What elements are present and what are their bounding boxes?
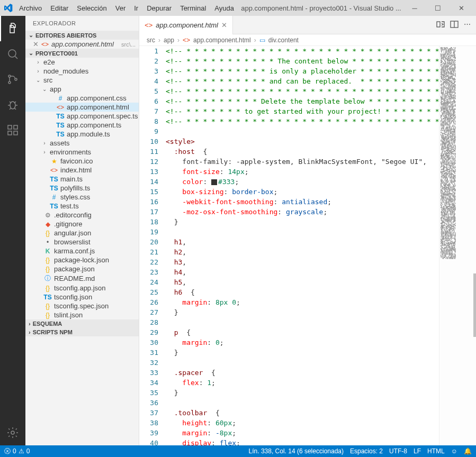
section-npm-scripts[interactable]: ›SCRIPTS NPM xyxy=(25,328,139,336)
svg-point-3 xyxy=(15,78,17,80)
code-content[interactable]: <!-- * * * * * * * * * * * * * * * * * *… xyxy=(166,46,439,445)
sidebar-title: EXPLORADOR xyxy=(25,16,139,31)
tree-file[interactable]: TStsconfig.json xyxy=(25,293,139,301)
editor-tab[interactable]: <> app.component.html ✕ xyxy=(139,16,233,34)
status-feedback-icon[interactable]: ☺ xyxy=(451,447,457,455)
tree-folder[interactable]: ›e2e xyxy=(25,58,139,67)
tree-folder[interactable]: ›node_modules xyxy=(25,67,139,76)
window-title: app.component.html - proyecto001 - Visua… xyxy=(240,4,402,12)
breadcrumb-item[interactable]: div.content xyxy=(268,36,299,44)
json-file-icon: {} xyxy=(43,266,52,273)
window-minimize-button[interactable]: ─ xyxy=(404,1,425,15)
tree-file[interactable]: #styles.css xyxy=(25,193,139,202)
tree-file[interactable]: TStest.ts xyxy=(25,202,139,211)
tree-folder[interactable]: ›assets xyxy=(25,139,139,148)
svg-rect-5 xyxy=(8,125,12,129)
split-editor-icon[interactable] xyxy=(450,20,459,30)
status-bar: ⓧ0 ⚠0 Lín. 338, Col. 14 (6 seleccionada)… xyxy=(0,445,476,457)
status-notifications-icon[interactable]: 🔔 xyxy=(464,447,472,455)
html-file-icon: <> xyxy=(41,41,49,48)
tree-file[interactable]: {}package-lock.json xyxy=(25,255,139,264)
activity-extensions-icon[interactable] xyxy=(0,117,25,143)
menu-item[interactable]: Depurar xyxy=(142,2,176,14)
activity-settings-icon[interactable] xyxy=(0,420,25,445)
section-outline[interactable]: ›ESQUEMA xyxy=(25,319,139,328)
menu-item[interactable]: Terminal xyxy=(176,2,210,14)
chevron-right-icon: › xyxy=(29,321,31,327)
status-encoding[interactable]: UTF-8 xyxy=(389,447,407,455)
ts-file-icon: TS xyxy=(56,113,65,120)
status-cursor-position[interactable]: Lín. 338, Col. 14 (6 seleccionada) xyxy=(249,447,344,455)
section-project[interactable]: ⌄PROYECTO001 xyxy=(25,49,139,58)
tree-file[interactable]: TSapp.module.ts xyxy=(25,130,139,139)
breadcrumb-item[interactable]: app.component.html xyxy=(193,36,251,44)
minimap-slider[interactable] xyxy=(473,273,476,337)
activity-bar xyxy=(0,16,25,445)
html-file-icon: <> xyxy=(183,36,190,44)
svg-rect-10 xyxy=(437,22,440,27)
svg-point-2 xyxy=(8,81,11,84)
svg-point-1 xyxy=(8,75,11,77)
tab-close-icon[interactable]: ✕ xyxy=(221,21,227,29)
window-close-button[interactable]: ✕ xyxy=(451,1,472,15)
tree-file[interactable]: {}tsconfig.app.json xyxy=(25,284,139,293)
menu-item[interactable]: Selección xyxy=(73,2,111,14)
compare-changes-icon[interactable] xyxy=(436,20,445,30)
menu-item[interactable]: Ayuda xyxy=(210,2,238,14)
vscode-logo-icon xyxy=(4,4,13,12)
tree-file[interactable]: {}tsconfig.spec.json xyxy=(25,301,139,310)
tree-folder[interactable]: ›environments xyxy=(25,148,139,157)
json-file-icon: {} xyxy=(43,285,52,292)
window-maximize-button[interactable]: ☐ xyxy=(427,1,448,15)
tree-file[interactable]: ◆.gitignore xyxy=(25,220,139,229)
status-problems[interactable]: ⓧ0 ⚠0 xyxy=(4,447,30,456)
ts-file-icon: TS xyxy=(56,131,65,138)
tree-file[interactable]: #app.component.css xyxy=(25,94,139,103)
tree-file[interactable]: <>index.html xyxy=(25,166,139,175)
activity-explorer-icon[interactable] xyxy=(0,16,25,41)
tree-file[interactable]: {}package.json xyxy=(25,264,139,273)
menu-item[interactable]: Archivo xyxy=(15,2,46,14)
menu-item[interactable]: Ir xyxy=(130,2,142,14)
tree-file[interactable]: <>app.component.html xyxy=(25,103,139,112)
tree-file[interactable]: TSpolyfills.ts xyxy=(25,184,139,193)
warning-icon: ⚠ xyxy=(19,447,24,455)
minimap[interactable]: ███ █ ██ █ ██ ███ █ █ █ ██ █ ██ █ █ █ █ … xyxy=(439,46,476,445)
menu-item[interactable]: Ver xyxy=(111,2,130,14)
close-icon[interactable]: ✕ xyxy=(33,40,39,48)
menu-item[interactable]: Editar xyxy=(46,2,73,14)
more-actions-icon[interactable]: ⋯ xyxy=(464,20,471,30)
tree-file[interactable]: ⓘREADME.md xyxy=(25,273,139,284)
tree-file[interactable]: •browserslist xyxy=(25,237,139,246)
json-file-icon: {} xyxy=(43,312,52,319)
open-editor-item[interactable]: ✕ <> app.component.html src\... xyxy=(25,40,139,49)
breadcrumbs[interactable]: src › app › <> app.component.html › ▭ di… xyxy=(139,34,476,46)
tree-folder[interactable]: ⌄src xyxy=(25,76,139,85)
tab-bar: <> app.component.html ✕ ⋯ xyxy=(139,16,476,34)
tree-file[interactable]: TSapp.component.ts xyxy=(25,121,139,130)
tree-folder[interactable]: ⌄app xyxy=(25,85,139,94)
tree-file[interactable]: TSmain.ts xyxy=(25,175,139,184)
breadcrumb-item[interactable]: app xyxy=(164,36,174,44)
activity-search-icon[interactable] xyxy=(0,41,25,67)
chevron-right-icon: › xyxy=(177,36,179,44)
status-language[interactable]: HTML xyxy=(427,447,445,455)
tree-file[interactable]: ★favicon.ico xyxy=(25,157,139,166)
ts-file-icon: TS xyxy=(43,294,52,301)
chevron-right-icon: › xyxy=(158,36,160,44)
activity-debug-icon[interactable] xyxy=(0,92,25,117)
tree-file[interactable]: Kkarma.conf.js xyxy=(25,246,139,255)
breadcrumb-item[interactable]: src xyxy=(147,36,155,44)
tree-file[interactable]: ⚙.editorconfig xyxy=(25,211,139,220)
tree-file[interactable]: TSapp.component.spec.ts xyxy=(25,112,139,121)
tree-file[interactable]: {}tslint.json xyxy=(25,310,139,319)
section-open-editors[interactable]: ⌄EDITORES ABIERTOS xyxy=(25,31,139,40)
code-editor[interactable]: 1234567891011121314151617181920212223242… xyxy=(139,46,476,445)
ts-file-icon: TS xyxy=(56,122,65,129)
status-indentation[interactable]: Espacios: 2 xyxy=(350,447,383,455)
activity-source-control-icon[interactable] xyxy=(0,67,25,92)
chevron-down-icon: ⌄ xyxy=(29,32,33,39)
tree-file[interactable]: {}angular.json xyxy=(25,229,139,237)
status-eol[interactable]: LF xyxy=(414,447,421,455)
chevron-down-icon: ⌄ xyxy=(29,50,33,57)
